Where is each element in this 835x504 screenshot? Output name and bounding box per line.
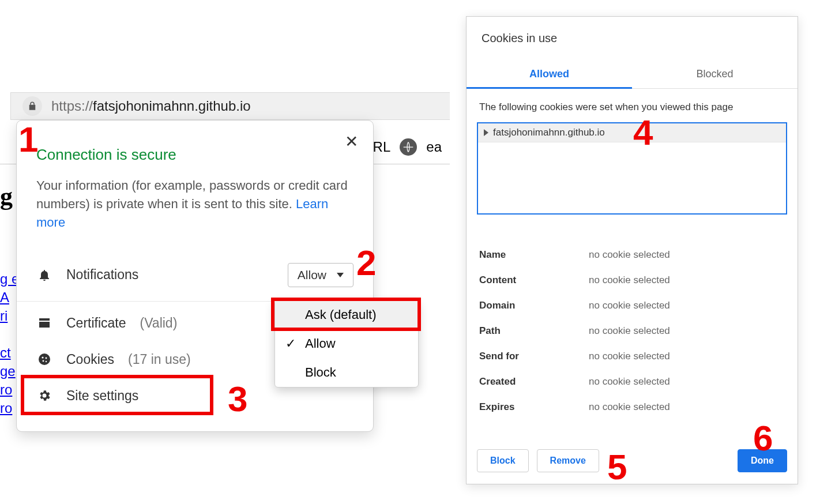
tab-blocked[interactable]: Blocked xyxy=(632,62,798,88)
close-icon[interactable]: ✕ xyxy=(345,132,358,151)
annotation-number-4: 4 xyxy=(633,112,653,153)
dialog-title: Cookies in use xyxy=(467,17,798,62)
link-fragment[interactable]: ro xyxy=(0,400,12,416)
tab-allowed[interactable]: Allowed xyxy=(467,62,632,88)
detail-key-sendfor: Send for xyxy=(479,351,589,362)
detail-key-path: Path xyxy=(479,325,589,337)
annotation-number-5: 5 xyxy=(607,446,627,487)
bg-heading-fragment: g xyxy=(0,182,13,211)
cookie-tree[interactable]: fatsjohonimahnn.github.io xyxy=(477,122,787,215)
cookie-tree-item[interactable]: fatsjohonimahnn.github.io xyxy=(478,123,786,142)
certificate-label: Certificate xyxy=(66,315,126,331)
url-prefix: https:// xyxy=(51,98,93,114)
permission-option-block[interactable]: Block xyxy=(275,358,418,387)
annotation-box-3 xyxy=(21,375,213,415)
link-fragment[interactable]: ct xyxy=(0,345,11,361)
address-bar[interactable]: https://fatsjohonimahnn.github.io xyxy=(10,92,450,120)
link-fragment[interactable]: ro xyxy=(0,382,12,398)
detail-val-sendfor: no cookie selected xyxy=(589,351,670,362)
connection-description: Your information (for example, passwords… xyxy=(36,176,353,232)
cookies-in-use-dialog: Cookies in use Allowed Blocked The follo… xyxy=(466,16,798,484)
detail-key-content: Content xyxy=(479,274,589,286)
notifications-row: Notifications Allow xyxy=(17,253,373,298)
svg-point-1 xyxy=(39,353,50,365)
cookies-count: (17 in use) xyxy=(128,352,191,367)
bg-text-ea: ea xyxy=(426,139,442,155)
cookie-details: Name no cookie selected Contentno cookie… xyxy=(477,242,787,420)
connection-secure-heading: Connection is secure xyxy=(36,146,353,164)
detail-key-expires: Expires xyxy=(479,401,589,413)
cookies-hint: The following cookies were set when you … xyxy=(477,101,787,113)
svg-point-2 xyxy=(42,357,43,359)
remove-button[interactable]: Remove xyxy=(537,449,599,472)
annotation-number-6: 6 xyxy=(753,418,773,458)
detail-val-expires: no cookie selected xyxy=(589,401,670,413)
svg-point-3 xyxy=(46,358,47,359)
link-fragment[interactable]: A xyxy=(0,289,9,306)
link-fragment[interactable]: ri xyxy=(0,308,7,324)
bg-text-rl: RL xyxy=(373,139,391,155)
detail-key-domain: Domain xyxy=(479,300,589,311)
chevron-down-icon xyxy=(337,273,344,277)
certificate-status: (Valid) xyxy=(140,315,178,331)
detail-val-name: no cookie selected xyxy=(589,249,670,261)
annotation-number-2: 2 xyxy=(356,242,376,283)
cookie-icon xyxy=(36,352,52,366)
detail-key-name: Name xyxy=(479,249,589,261)
cookies-tabs: Allowed Blocked xyxy=(467,62,798,89)
check-icon: ✓ xyxy=(285,336,296,351)
cookies-label: Cookies xyxy=(66,352,114,367)
svg-point-5 xyxy=(46,361,47,362)
detail-val-content: no cookie selected xyxy=(589,274,670,286)
link-fragment[interactable]: ge xyxy=(0,363,16,379)
cookie-domain: fatsjohonimahnn.github.io xyxy=(493,127,605,138)
notifications-permission-select[interactable]: Allow xyxy=(288,263,353,287)
bell-icon xyxy=(36,268,52,282)
block-button[interactable]: Block xyxy=(477,449,529,472)
detail-val-path: no cookie selected xyxy=(589,325,670,337)
url-host: fatsjohonimahnn.github.io xyxy=(93,98,251,114)
certificate-icon xyxy=(36,316,52,330)
globe-icon xyxy=(400,138,417,156)
disclosure-triangle-icon xyxy=(484,129,488,136)
lock-icon[interactable] xyxy=(22,96,42,116)
detail-key-created: Created xyxy=(479,376,589,388)
permission-option-allow[interactable]: ✓Allow xyxy=(275,329,418,358)
svg-point-4 xyxy=(43,360,44,362)
annotation-number-1: 1 xyxy=(18,119,38,160)
annotation-number-3: 3 xyxy=(228,378,247,419)
notifications-label: Notifications xyxy=(66,267,138,283)
detail-val-domain: no cookie selected xyxy=(589,300,670,311)
detail-val-created: no cookie selected xyxy=(589,376,670,388)
permission-current-value: Allow xyxy=(298,268,326,282)
annotation-box-2 xyxy=(271,298,421,331)
